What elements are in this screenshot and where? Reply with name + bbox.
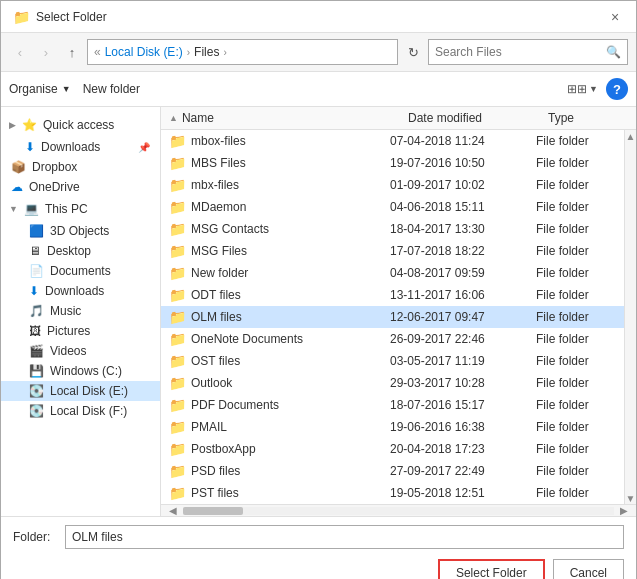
sidebar-item-this-pc[interactable]: ▼ 💻 This PC bbox=[1, 197, 160, 221]
col-header-date[interactable]: Date modified bbox=[408, 111, 548, 125]
sidebar-item-quick-access[interactable]: ▶ ⭐ Quick access bbox=[1, 113, 160, 137]
col-header-name[interactable]: ▲ Name bbox=[169, 111, 408, 125]
table-row[interactable]: 📁 mbx-files 01-09-2017 10:02 File folder bbox=[161, 174, 624, 196]
sidebar-item-label: Pictures bbox=[47, 324, 90, 338]
file-list-container: ▲ Name Date modified Type 📁 mbox-files 0… bbox=[161, 107, 636, 516]
table-row[interactable]: 📁 MBS Files 19-07-2016 10:50 File folder bbox=[161, 152, 624, 174]
table-row[interactable]: 📁 Outlook 29-03-2017 10:28 File folder bbox=[161, 372, 624, 394]
dropbox-icon: 📦 bbox=[11, 160, 26, 174]
folder-icon: 📁 bbox=[169, 441, 185, 457]
download-icon: ⬇ bbox=[25, 140, 35, 154]
folder-input[interactable] bbox=[65, 525, 624, 549]
sidebar-item-label: Music bbox=[50, 304, 81, 318]
select-folder-dialog: 📁 Select Folder × ‹ › ↑ « Local Disk (E:… bbox=[0, 0, 637, 579]
breadcrumb-drive: Local Disk (E:) bbox=[105, 45, 183, 59]
desktop-icon: 🖥 bbox=[29, 244, 41, 258]
file-type: File folder bbox=[536, 178, 616, 192]
sidebar-item-label: Videos bbox=[50, 344, 86, 358]
h-scroll-thumb[interactable] bbox=[183, 507, 243, 515]
table-row[interactable]: 📁 OLM files 12-06-2017 09:47 File folder bbox=[161, 306, 624, 328]
col-header-type[interactable]: Type bbox=[548, 111, 628, 125]
onedrive-icon: ☁ bbox=[11, 180, 23, 194]
file-date: 04-06-2018 15:11 bbox=[390, 200, 530, 214]
forward-button[interactable]: › bbox=[35, 41, 57, 63]
file-date: 04-08-2017 09:59 bbox=[390, 266, 530, 280]
organise-button[interactable]: Organise ▼ bbox=[9, 82, 71, 96]
table-row[interactable]: 📁 PSD files 27-09-2017 22:49 File folder bbox=[161, 460, 624, 482]
view-button[interactable]: ⊞⊞ ▼ bbox=[567, 82, 598, 96]
up-button[interactable]: ↑ bbox=[61, 41, 83, 63]
table-row[interactable]: 📁 OST files 03-05-2017 11:19 File folder bbox=[161, 350, 624, 372]
file-type: File folder bbox=[536, 310, 616, 324]
table-row[interactable]: 📁 OneNote Documents 26-09-2017 22:46 Fil… bbox=[161, 328, 624, 350]
breadcrumb-sep1: › bbox=[187, 47, 190, 58]
music-icon: 🎵 bbox=[29, 304, 44, 318]
search-input[interactable] bbox=[435, 45, 602, 59]
sidebar-item-local-disk-f[interactable]: 💽 Local Disk (F:) bbox=[1, 401, 160, 421]
folder-row: Folder: bbox=[13, 525, 624, 549]
sidebar-item-documents[interactable]: 📄 Documents bbox=[1, 261, 160, 281]
sidebar-item-label: Downloads bbox=[45, 284, 104, 298]
refresh-button[interactable]: ↻ bbox=[402, 41, 424, 63]
file-date: 12-06-2017 09:47 bbox=[390, 310, 530, 324]
sidebar-item-dropbox[interactable]: 📦 Dropbox bbox=[1, 157, 160, 177]
file-name: MSG Contacts bbox=[191, 222, 384, 236]
scroll-left-arrow[interactable]: ◀ bbox=[163, 505, 183, 516]
table-row[interactable]: 📁 MDaemon 04-06-2018 15:11 File folder bbox=[161, 196, 624, 218]
file-date: 03-05-2017 11:19 bbox=[390, 354, 530, 368]
list-with-scroll: 📁 mbox-files 07-04-2018 11:24 File folde… bbox=[161, 130, 636, 504]
close-button[interactable]: × bbox=[606, 8, 624, 26]
table-row[interactable]: 📁 PMAIL 19-06-2016 16:38 File folder bbox=[161, 416, 624, 438]
new-folder-button[interactable]: New folder bbox=[83, 82, 140, 96]
download2-icon: ⬇ bbox=[29, 284, 39, 298]
file-type: File folder bbox=[536, 134, 616, 148]
sidebar-item-3d-objects[interactable]: 🟦 3D Objects bbox=[1, 221, 160, 241]
folder-icon: 📁 bbox=[169, 221, 185, 237]
help-button[interactable]: ? bbox=[606, 78, 628, 100]
file-date: 19-07-2016 10:50 bbox=[390, 156, 530, 170]
select-folder-button[interactable]: Select Folder bbox=[438, 559, 545, 579]
action-bar: Organise ▼ New folder ⊞⊞ ▼ ? bbox=[1, 72, 636, 107]
file-date: 18-07-2016 15:17 bbox=[390, 398, 530, 412]
star-icon: ⭐ bbox=[22, 118, 37, 132]
folder-icon: 📁 bbox=[169, 463, 185, 479]
breadcrumb-bar[interactable]: « Local Disk (E:) › Files › bbox=[87, 39, 398, 65]
file-type: File folder bbox=[536, 222, 616, 236]
pictures-icon: 🖼 bbox=[29, 324, 41, 338]
scroll-down-arrow[interactable]: ▼ bbox=[626, 492, 636, 504]
horizontal-scrollbar[interactable]: ◀ ▶ bbox=[161, 504, 636, 516]
table-row[interactable]: 📁 MSG Files 17-07-2018 18:22 File folder bbox=[161, 240, 624, 262]
sidebar-item-videos[interactable]: 🎬 Videos bbox=[1, 341, 160, 361]
table-row[interactable]: 📁 MSG Contacts 18-04-2017 13:30 File fol… bbox=[161, 218, 624, 240]
sidebar-item-windows-c[interactable]: 💾 Windows (C:) bbox=[1, 361, 160, 381]
sidebar-item-downloads2[interactable]: ⬇ Downloads bbox=[1, 281, 160, 301]
scroll-up-arrow[interactable]: ▲ bbox=[626, 130, 636, 142]
folder-icon: 📁 bbox=[13, 9, 30, 25]
file-type: File folder bbox=[536, 376, 616, 390]
file-type: File folder bbox=[536, 332, 616, 346]
back-button[interactable]: ‹ bbox=[9, 41, 31, 63]
sidebar-item-onedrive[interactable]: ☁ OneDrive bbox=[1, 177, 160, 197]
table-row[interactable]: 📁 mbox-files 07-04-2018 11:24 File folde… bbox=[161, 130, 624, 152]
file-date: 07-04-2018 11:24 bbox=[390, 134, 530, 148]
sidebar-item-local-disk-e[interactable]: 💽 Local Disk (E:) bbox=[1, 381, 160, 401]
file-list: 📁 mbox-files 07-04-2018 11:24 File folde… bbox=[161, 130, 624, 504]
col-date-label: Date modified bbox=[408, 111, 482, 125]
table-row[interactable]: 📁 PostboxApp 20-04-2018 17:23 File folde… bbox=[161, 438, 624, 460]
file-list-header: ▲ Name Date modified Type bbox=[161, 107, 636, 130]
sidebar-item-pictures[interactable]: 🖼 Pictures bbox=[1, 321, 160, 341]
table-row[interactable]: 📁 ODT files 13-11-2017 16:06 File folder bbox=[161, 284, 624, 306]
table-row[interactable]: 📁 New folder 04-08-2017 09:59 File folde… bbox=[161, 262, 624, 284]
table-row[interactable]: 📁 PST files 19-05-2018 12:51 File folder bbox=[161, 482, 624, 504]
main-content: ▶ ⭐ Quick access ⬇ Downloads 📌 📦 Dropbox… bbox=[1, 107, 636, 516]
sidebar-item-music[interactable]: 🎵 Music bbox=[1, 301, 160, 321]
scroll-right-arrow[interactable]: ▶ bbox=[614, 505, 634, 516]
folder-icon: 📁 bbox=[169, 375, 185, 391]
sidebar-item-downloads[interactable]: ⬇ Downloads 📌 bbox=[1, 137, 160, 157]
table-row[interactable]: 📁 PDF Documents 18-07-2016 15:17 File fo… bbox=[161, 394, 624, 416]
vertical-scrollbar[interactable]: ▲ ▼ bbox=[624, 130, 636, 504]
cancel-button[interactable]: Cancel bbox=[553, 559, 624, 579]
sidebar-item-label: This PC bbox=[45, 202, 88, 216]
sidebar-item-desktop[interactable]: 🖥 Desktop bbox=[1, 241, 160, 261]
file-type: File folder bbox=[536, 398, 616, 412]
